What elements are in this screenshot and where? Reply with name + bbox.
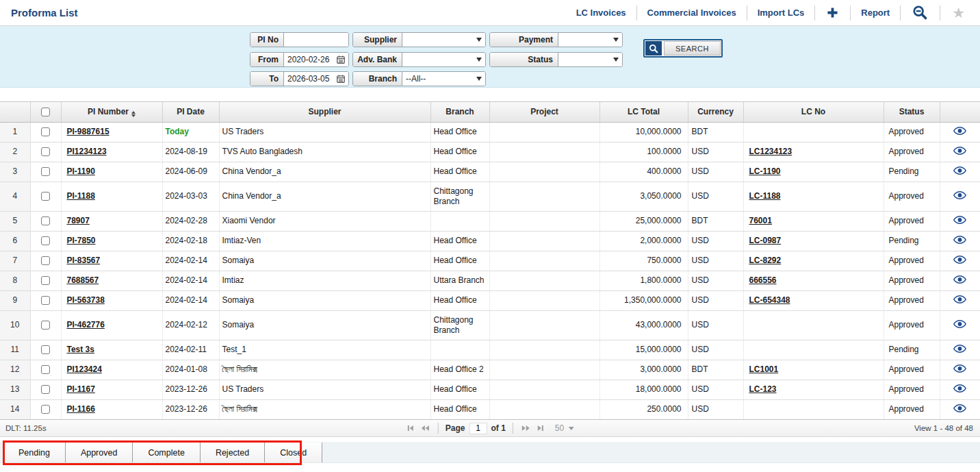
- view-eye-icon[interactable]: [953, 147, 966, 158]
- search-button[interactable]: SEARCH: [643, 39, 723, 58]
- row-checkbox[interactable]: [41, 192, 50, 201]
- lc-no-link[interactable]: LC-8292: [749, 256, 782, 265]
- pi-number-link[interactable]: PI-9887615: [67, 127, 109, 136]
- lc-no-link[interactable]: 76001: [749, 216, 772, 225]
- row-number: 3: [0, 162, 30, 182]
- from-date-field[interactable]: 2020-02-26: [284, 53, 348, 66]
- page-input[interactable]: [469, 423, 487, 434]
- col-lc-total[interactable]: LC Total: [599, 102, 688, 122]
- view-eye-icon[interactable]: [953, 236, 966, 247]
- page-size-select[interactable]: 50: [555, 423, 574, 433]
- status-select[interactable]: [558, 53, 622, 66]
- pi-number-cell: PI-1190: [61, 162, 162, 182]
- row-checkbox[interactable]: [41, 385, 50, 394]
- col-pi-number[interactable]: PI Number: [61, 102, 162, 122]
- view-eye-icon[interactable]: [953, 404, 966, 415]
- pi-number-link[interactable]: Test 3s: [67, 345, 94, 354]
- row-checkbox[interactable]: [41, 256, 50, 265]
- col-project[interactable]: Project: [489, 102, 599, 122]
- lc-no-link[interactable]: 666556: [749, 275, 777, 285]
- payment-select[interactable]: [558, 33, 622, 47]
- supplier-select[interactable]: [402, 33, 485, 47]
- col-branch[interactable]: Branch: [430, 102, 489, 122]
- pi-number-link[interactable]: 7688567: [67, 275, 99, 285]
- row-checkbox[interactable]: [41, 167, 50, 176]
- row-checkbox[interactable]: [41, 365, 50, 374]
- row-checkbox[interactable]: [41, 276, 50, 285]
- row-checkbox[interactable]: [41, 216, 50, 225]
- pi-number-link[interactable]: PI-7850: [67, 236, 96, 245]
- row-checkbox[interactable]: [41, 405, 50, 414]
- lc-no-link[interactable]: LC-1188: [749, 191, 781, 201]
- calendar-icon[interactable]: [337, 55, 345, 64]
- status: Pending: [884, 162, 940, 182]
- lc-no-link[interactable]: LC-1190: [749, 166, 781, 176]
- lc-no-link[interactable]: LC-654348: [749, 295, 790, 305]
- calendar-icon[interactable]: [337, 75, 345, 83]
- tab-closed[interactable]: Closed: [265, 443, 322, 462]
- select-all-checkbox[interactable]: [41, 108, 50, 116]
- view-eye-icon[interactable]: [953, 275, 966, 286]
- view-eye-icon[interactable]: [953, 320, 966, 331]
- nav-lc-invoices[interactable]: LC Invoices: [572, 8, 630, 18]
- pi-number-link[interactable]: PI-83567: [67, 256, 101, 265]
- tab-complete[interactable]: Complete: [133, 443, 201, 462]
- view-eye-icon[interactable]: [953, 384, 966, 395]
- chevron-down-icon: [476, 77, 482, 81]
- nav-commercial-invoices[interactable]: Commercial Invoices: [643, 8, 740, 18]
- row-checkbox[interactable]: [41, 296, 50, 305]
- branch-select[interactable]: --All--: [402, 72, 485, 86]
- first-page-button[interactable]: [406, 424, 415, 432]
- add-button[interactable]: [821, 7, 844, 18]
- view-eye-icon[interactable]: [953, 191, 966, 202]
- pi-number-link[interactable]: PI-1167: [67, 384, 95, 394]
- col-currency[interactable]: Currency: [688, 102, 743, 122]
- row-checkbox[interactable]: [41, 345, 50, 354]
- row-number: 6: [0, 231, 30, 251]
- lc-no-link[interactable]: LC1001: [749, 364, 779, 374]
- pi-number-cell: PI1234123: [61, 142, 162, 162]
- col-supplier[interactable]: Supplier: [219, 102, 430, 122]
- pi-number-link[interactable]: PI-1166: [67, 404, 95, 414]
- nav-report[interactable]: Report: [857, 8, 894, 18]
- view-eye-icon[interactable]: [953, 256, 966, 266]
- view-eye-icon[interactable]: [953, 216, 966, 227]
- lc-no-link[interactable]: LC-123: [749, 384, 777, 394]
- to-date-field[interactable]: 2026-03-05: [284, 72, 348, 86]
- favorite-button[interactable]: ★: [946, 6, 970, 20]
- pi-number-link[interactable]: PI-462776: [67, 320, 105, 330]
- row-checkbox[interactable]: [41, 147, 50, 156]
- view-eye-icon[interactable]: [953, 364, 966, 375]
- nav-import-lcs[interactable]: Import LCs: [753, 8, 809, 18]
- prev-page-button[interactable]: [420, 424, 431, 432]
- lc-total: 1,800.0000: [599, 271, 688, 290]
- view-eye-icon[interactable]: [953, 295, 966, 306]
- tab-approved[interactable]: Approved: [66, 443, 133, 462]
- zoom-out-button[interactable]: [907, 5, 933, 21]
- pi-number-link[interactable]: 78907: [67, 216, 90, 225]
- pi-date: 2024-02-12: [162, 310, 219, 340]
- col-lc-no[interactable]: LC No: [743, 102, 884, 122]
- payment-filter-group: Payment: [489, 32, 623, 47]
- next-page-button[interactable]: [520, 424, 532, 432]
- adv-bank-select[interactable]: [402, 53, 485, 66]
- view-eye-icon[interactable]: [953, 127, 966, 138]
- tab-rejected[interactable]: Rejected: [201, 443, 265, 462]
- lc-no-link[interactable]: LC1234123: [749, 147, 792, 156]
- view-eye-icon[interactable]: [953, 166, 966, 177]
- pi-number-link[interactable]: PI-1190: [67, 166, 95, 176]
- pi-number-link[interactable]: PI123424: [67, 364, 102, 374]
- row-checkbox[interactable]: [41, 321, 50, 330]
- row-checkbox[interactable]: [41, 127, 50, 136]
- row-checkbox[interactable]: [41, 236, 50, 245]
- col-pi-date[interactable]: PI Date: [162, 102, 219, 122]
- view-eye-icon[interactable]: [953, 345, 966, 356]
- pi-number-link[interactable]: PI1234123: [67, 147, 107, 156]
- lc-no-link[interactable]: LC-0987: [749, 236, 782, 245]
- last-page-button[interactable]: [536, 424, 545, 432]
- col-status[interactable]: Status: [884, 102, 940, 122]
- tab-pending[interactable]: Pending: [3, 443, 66, 462]
- pi-no-input[interactable]: [287, 33, 345, 47]
- pi-number-link[interactable]: PI-563738: [67, 295, 105, 305]
- pi-number-link[interactable]: PI-1188: [67, 191, 95, 201]
